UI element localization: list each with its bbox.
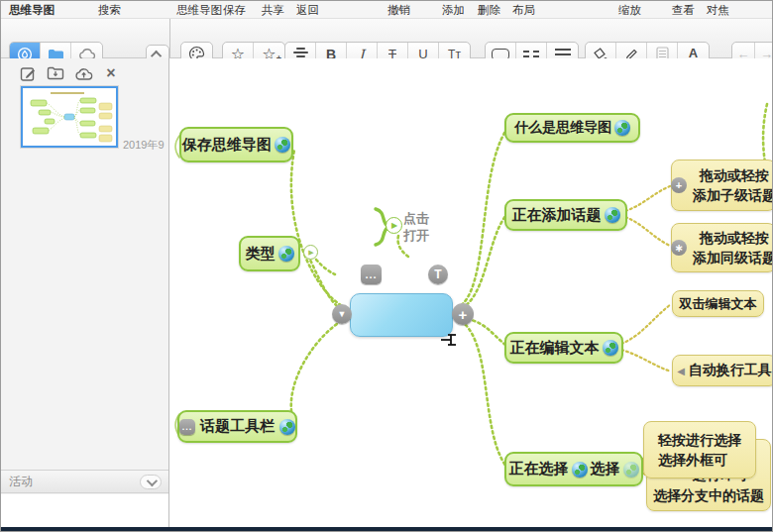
menu-undo[interactable]: 撤销 [387, 3, 410, 18]
node-editing-text[interactable]: 正在编辑文本 [504, 332, 623, 364]
globe-icon [623, 462, 639, 478]
center-topic-node[interactable] [350, 293, 453, 337]
play-icon: ▶ [308, 249, 313, 257]
activity-panel [1, 494, 168, 527]
node-label: 选择 [591, 460, 620, 479]
upload-button[interactable] [68, 61, 98, 85]
menu-delete[interactable]: 删除 [478, 3, 500, 18]
node-select-hint-1[interactable]: 轻按进行选择 选择外框可 [643, 421, 756, 479]
toolbar-left [1, 19, 169, 58]
globe-icon [603, 340, 618, 356]
menu-document[interactable]: 思维导图 [176, 3, 222, 18]
node-topic-toolbar[interactable]: ... 话题工具栏 [177, 410, 297, 443]
node-label: 正在选择 [509, 460, 569, 479]
triangle-left-icon: ◀ [677, 366, 685, 376]
add-topic-badge[interactable]: + [452, 303, 474, 325]
close-icon: × [106, 64, 115, 82]
type-play-button[interactable]: ▶ [303, 245, 318, 260]
delete-document-button[interactable]: × [96, 61, 126, 85]
node-add-subtopic[interactable]: + 拖动或轻按 添加子级话题 [671, 160, 773, 211]
globe-icon [275, 137, 290, 153]
play-icon: ▶ [391, 221, 397, 230]
document-thumbnail[interactable] [21, 86, 118, 148]
new-document-button[interactable] [13, 61, 43, 85]
node-label: 拖动或轻按 添加同级话题 [693, 228, 773, 268]
menu-focus[interactable]: 对焦 [707, 3, 729, 18]
node-autowrap-tool[interactable]: ◀ 自动换行工具 [672, 355, 773, 386]
node-doubleclick-edit[interactable]: 双击编辑文本 [672, 290, 764, 317]
activity-label: 活动 [9, 474, 33, 490]
plus-circle-icon: + [671, 177, 687, 193]
menu-search[interactable]: 搜索 [98, 3, 121, 18]
menu-share[interactable]: 共享 [262, 3, 284, 18]
annotation-text: 点击 打开 [403, 210, 429, 244]
menu-layout[interactable]: 布局 [512, 3, 535, 18]
menu-bar: 思维导图 搜索 思维导图 保存 共享 返回 撤销 添加 删除 布局 缩放 查看 … [1, 1, 773, 19]
annotation-play-button[interactable]: ▶ [386, 217, 402, 234]
text-style-badge[interactable]: T [428, 265, 448, 284]
node-what-is-mindmap[interactable]: 什么是思维导图 [504, 113, 640, 143]
node-save-mindmap[interactable]: 保存思维导图 [179, 127, 293, 162]
folder-import-icon [47, 65, 64, 81]
node-label: 轻按进行选择 选择外框可 [658, 430, 741, 471]
node-adding-topics[interactable]: 正在添加话题 [504, 199, 627, 231]
globe-icon [605, 207, 620, 223]
globe-icon [572, 462, 588, 478]
asterisk-circle-icon: ∗ [671, 240, 687, 256]
ellipsis-icon: ... [365, 268, 377, 280]
sidebar: × [1, 58, 169, 532]
node-label: 类型 [246, 245, 276, 264]
app-window: 思维导图 搜索 思维导图 保存 共享 返回 撤销 添加 删除 布局 缩放 查看 … [0, 0, 773, 532]
globe-icon [279, 419, 295, 435]
toolbar-main: ☆ ☆ + B I T U Tᴛ [169, 19, 773, 58]
triangle-down-icon: ▼ [338, 309, 347, 319]
node-add-sibling-topic[interactable]: ∗ 拖动或轻按 添加同级话题 [671, 223, 773, 272]
cloud-upload-icon [74, 66, 93, 81]
import-button[interactable] [41, 61, 70, 85]
window-bottom-edge [1, 527, 773, 532]
node-label: 双击编辑文本 [680, 295, 757, 313]
collapse-branch-badge[interactable]: ▼ [332, 304, 352, 324]
node-label: 什么是思维导图 [514, 119, 611, 137]
node-type[interactable]: 类型 [239, 236, 300, 271]
node-label: 话题工具栏 [200, 417, 275, 436]
text-badge-icon: T [434, 267, 441, 281]
node-label: 拖动或轻按 添加子级话题 [693, 165, 773, 206]
text-cursor-icon [440, 333, 458, 347]
menu-app[interactable]: 思维导图 [9, 3, 55, 18]
chevron-down-icon [147, 475, 158, 485]
menu-zoom[interactable]: 缩放 [618, 3, 641, 18]
activity-header: 活动 [1, 470, 168, 493]
compose-icon [20, 65, 37, 82]
globe-icon [278, 246, 294, 262]
node-label: 保存思维导图 [182, 136, 272, 155]
activity-toggle-button[interactable] [140, 475, 162, 489]
menu-save[interactable]: 保存 [223, 3, 246, 18]
menu-back[interactable]: 返回 [296, 3, 319, 18]
globe-icon [614, 120, 630, 136]
node-label: 自动换行工具 [689, 362, 772, 379]
plus-icon: + [459, 306, 468, 323]
ellipsis-icon: ... [179, 419, 195, 435]
more-options-badge[interactable]: ... [361, 265, 382, 284]
node-label: 正在添加话题 [512, 206, 602, 225]
mindmap-canvas[interactable]: ... T ▼ + ▶ 点击 打开 保存思维导图 类型 ▶ ... [169, 58, 773, 532]
menu-view[interactable]: 查看 [672, 3, 695, 18]
thumbnail-date: 2019年9 [123, 138, 165, 153]
thumbnail-minimap [23, 88, 116, 146]
menu-add[interactable]: 添加 [442, 3, 465, 18]
node-selecting[interactable]: 正在选择 选择 [504, 452, 643, 486]
node-label: 正在编辑文本 [510, 339, 600, 358]
